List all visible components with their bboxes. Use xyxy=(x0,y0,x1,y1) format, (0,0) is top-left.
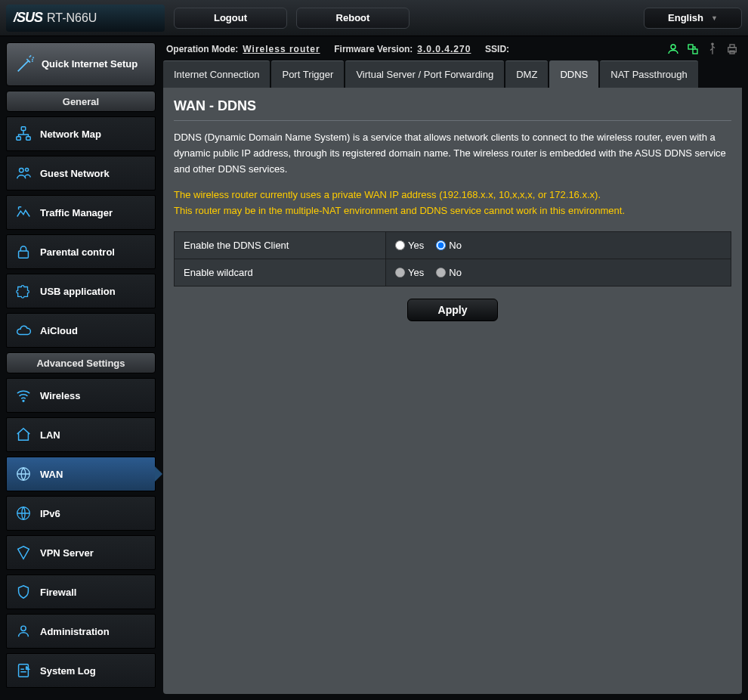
tab-internet-connection[interactable]: Internet Connection xyxy=(163,60,270,88)
globe-icon xyxy=(14,465,32,483)
svg-point-11 xyxy=(671,45,675,49)
enable-wildcard-yes[interactable]: Yes xyxy=(395,267,424,278)
firmware-value[interactable]: 3.0.0.4.270 xyxy=(417,44,471,54)
content-panel: WAN - DDNS DDNS (Dynamic Domain Name Sys… xyxy=(163,88,742,694)
sidebar-item-system-log[interactable]: System Log xyxy=(6,653,156,688)
sidebar-item-lan[interactable]: LAN xyxy=(6,417,156,452)
sidebar: Quick Internet Setup General Network Map… xyxy=(6,42,156,694)
panel-title: WAN - DDNS xyxy=(174,98,731,114)
firmware-label: Firmware Version: xyxy=(334,44,413,54)
traffic-icon xyxy=(14,203,32,221)
tab-virtual-server[interactable]: Virtual Server / Port Forwarding xyxy=(345,60,504,88)
sidebar-item-traffic-manager[interactable]: Traffic Manager xyxy=(6,195,156,230)
general-header: General xyxy=(6,91,156,112)
tab-nat-passthrough[interactable]: NAT Passthrough xyxy=(600,60,697,88)
network-map-icon xyxy=(14,125,32,143)
admin-icon xyxy=(14,622,32,640)
user-status-icon[interactable] xyxy=(666,42,680,56)
language-selector[interactable]: English ▼ xyxy=(644,8,742,29)
network-status-icon[interactable] xyxy=(686,42,700,56)
ipv6-icon xyxy=(14,504,32,522)
svg-rect-12 xyxy=(688,45,693,49)
enable-wildcard-no[interactable]: No xyxy=(436,267,462,278)
sidebar-item-label: Firewall xyxy=(40,587,76,598)
sidebar-item-label: Network Map xyxy=(40,129,101,140)
sidebar-item-firewall[interactable]: Firewall xyxy=(6,575,156,609)
sidebar-item-label: Traffic Manager xyxy=(40,207,113,218)
radio-input[interactable] xyxy=(436,268,446,277)
puzzle-icon xyxy=(14,282,32,300)
svg-point-14 xyxy=(712,43,713,45)
main-area: Operation Mode: Wireless router Firmware… xyxy=(163,42,742,694)
warning-line1: The wireless router currently uses a pri… xyxy=(174,189,601,200)
svg-rect-2 xyxy=(26,137,30,141)
reboot-button[interactable]: Reboot xyxy=(296,8,410,29)
language-label: English xyxy=(668,12,703,23)
wand-icon xyxy=(14,54,36,75)
svg-point-9 xyxy=(21,626,26,630)
yes-label: Yes xyxy=(408,240,424,251)
svg-rect-5 xyxy=(19,251,29,258)
vpn-icon xyxy=(14,544,32,562)
table-row: Enable wildcard Yes No xyxy=(175,259,731,286)
radio-input[interactable] xyxy=(436,240,446,250)
log-icon xyxy=(14,661,32,680)
chevron-down-icon: ▼ xyxy=(711,14,718,22)
logo: /SUS RT-N66U xyxy=(6,5,165,32)
tabs: Internet Connection Port Trigger Virtual… xyxy=(163,60,742,88)
svg-point-4 xyxy=(26,168,29,171)
sidebar-item-label: System Log xyxy=(40,665,96,677)
sidebar-item-label: Parental control xyxy=(40,246,115,258)
sidebar-item-label: AiCloud xyxy=(40,325,78,336)
sidebar-item-guest-network[interactable]: Guest Network xyxy=(6,156,156,190)
advanced-header: Advanced Settings xyxy=(6,352,156,373)
sidebar-item-label: LAN xyxy=(40,429,60,441)
settings-table: Enable the DDNS Client Yes No xyxy=(174,231,731,287)
sidebar-item-wireless[interactable]: Wireless xyxy=(6,378,156,413)
guest-icon xyxy=(14,164,32,182)
sidebar-item-label: Administration xyxy=(40,626,110,637)
opmode-label: Operation Mode: xyxy=(166,44,238,54)
enable-wildcard-label: Enable wildcard xyxy=(175,259,386,286)
cloud-icon xyxy=(14,321,32,339)
sidebar-item-label: Guest Network xyxy=(40,168,110,179)
panel-description: DDNS (Dynamic Domain Name System) is a s… xyxy=(174,130,731,177)
sidebar-item-parental-control[interactable]: Parental control xyxy=(6,234,156,269)
no-label: No xyxy=(449,240,462,251)
usb-status-icon[interactable] xyxy=(706,42,719,56)
sidebar-item-aicloud[interactable]: AiCloud xyxy=(6,313,156,348)
qis-label: Quick Internet Setup xyxy=(42,58,138,70)
sidebar-item-ipv6[interactable]: IPv6 xyxy=(6,496,156,531)
sidebar-item-usb-application[interactable]: USB application xyxy=(6,274,156,308)
sidebar-item-administration[interactable]: Administration xyxy=(6,614,156,649)
svg-rect-0 xyxy=(21,127,26,131)
logout-button[interactable]: Logout xyxy=(174,8,287,29)
table-row: Enable the DDNS Client Yes No xyxy=(175,231,731,259)
tab-dmz[interactable]: DMZ xyxy=(505,60,548,88)
radio-input[interactable] xyxy=(395,268,405,277)
sidebar-item-label: WAN xyxy=(40,469,63,480)
status-bar: Operation Mode: Wireless router Firmware… xyxy=(163,42,742,60)
quick-internet-setup[interactable]: Quick Internet Setup xyxy=(6,42,156,86)
enable-ddns-no[interactable]: No xyxy=(436,240,462,251)
svg-rect-13 xyxy=(693,49,697,54)
svg-point-6 xyxy=(23,400,24,401)
sidebar-item-wan[interactable]: WAN xyxy=(6,457,156,491)
printer-status-icon[interactable] xyxy=(725,42,739,56)
svg-rect-1 xyxy=(17,137,21,141)
tab-ddns[interactable]: DDNS xyxy=(549,60,598,88)
enable-ddns-cell: Yes No xyxy=(386,231,731,259)
yes-label: Yes xyxy=(408,267,424,278)
sidebar-item-label: VPN Server xyxy=(40,547,94,559)
tab-port-trigger[interactable]: Port Trigger xyxy=(271,60,344,88)
apply-button[interactable]: Apply xyxy=(407,299,498,321)
brand-text: /SUS xyxy=(14,10,42,26)
sidebar-item-network-map[interactable]: Network Map xyxy=(6,116,156,151)
wifi-icon xyxy=(14,386,32,404)
enable-ddns-yes[interactable]: Yes xyxy=(395,240,424,251)
svg-point-3 xyxy=(20,169,24,173)
radio-input[interactable] xyxy=(395,240,405,250)
sidebar-item-label: Wireless xyxy=(40,390,80,401)
sidebar-item-vpn-server[interactable]: VPN Server xyxy=(6,535,156,570)
opmode-value[interactable]: Wireless router xyxy=(243,44,320,54)
